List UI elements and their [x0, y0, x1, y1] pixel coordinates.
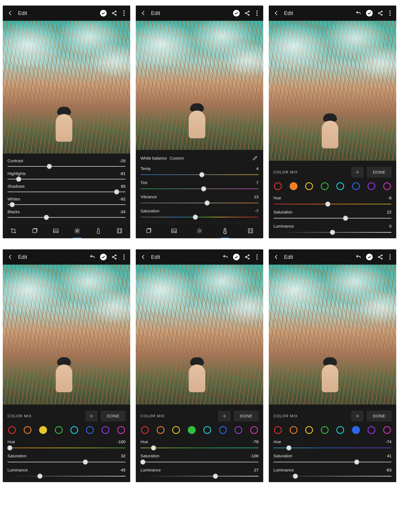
photo-preview[interactable] — [136, 21, 263, 150]
swatch-red[interactable] — [274, 182, 282, 190]
confirm-button[interactable] — [233, 254, 240, 260]
swatch-orange[interactable] — [290, 426, 298, 434]
slider-knob[interactable] — [114, 189, 119, 195]
slider-knob[interactable] — [44, 215, 49, 220]
tool-light-icon[interactable] — [194, 225, 205, 236]
swatch-aqua[interactable] — [70, 426, 78, 434]
tool-detail-icon[interactable] — [114, 225, 125, 236]
share-icon[interactable] — [244, 253, 251, 260]
swatch-green[interactable] — [321, 182, 329, 190]
edit-dropdown[interactable]: Edit — [151, 10, 165, 16]
slider-track[interactable] — [7, 215, 126, 220]
edit-dropdown[interactable]: Edit — [18, 10, 32, 16]
confirm-button[interactable] — [366, 10, 373, 17]
confirm-button[interactable] — [100, 10, 107, 17]
edit-dropdown[interactable]: Edit — [151, 254, 165, 260]
share-icon[interactable] — [377, 253, 384, 260]
slider-track[interactable] — [140, 186, 259, 191]
target-adjust-button[interactable] — [218, 411, 231, 421]
edit-dropdown[interactable]: Edit — [284, 254, 298, 260]
slider-track[interactable] — [140, 201, 259, 205]
done-button[interactable]: DONE — [101, 411, 126, 421]
slider-track[interactable] — [273, 202, 392, 206]
target-adjust-button[interactable] — [351, 411, 364, 421]
swatch-yellow[interactable] — [39, 426, 47, 434]
confirm-button[interactable] — [366, 254, 373, 260]
swatch-green[interactable] — [321, 426, 329, 434]
slider-knob[interactable] — [330, 230, 335, 235]
swatch-green[interactable] — [55, 426, 63, 434]
tool-color-icon[interactable] — [219, 225, 231, 236]
photo-preview[interactable] — [3, 265, 130, 405]
overflow-menu-icon[interactable] — [255, 11, 259, 16]
swatch-aqua[interactable] — [203, 426, 211, 434]
slider-track[interactable] — [7, 460, 126, 464]
swatch-orange[interactable] — [290, 182, 298, 190]
slider-knob[interactable] — [204, 200, 210, 206]
photo-preview[interactable] — [269, 21, 396, 161]
swatch-aqua[interactable] — [336, 426, 344, 434]
overflow-menu-icon[interactable] — [122, 11, 126, 16]
photo-preview[interactable] — [269, 265, 396, 405]
slider-track[interactable] — [7, 474, 126, 479]
slider-track[interactable] — [7, 177, 126, 182]
swatch-orange[interactable] — [24, 426, 32, 434]
slider-knob[interactable] — [201, 186, 206, 191]
swatch-orange[interactable] — [157, 426, 165, 434]
slider-knob[interactable] — [83, 459, 88, 465]
swatch-purple[interactable] — [234, 426, 242, 434]
swatch-purple[interactable] — [367, 182, 375, 190]
share-icon[interactable] — [111, 10, 118, 17]
slider-track[interactable] — [273, 460, 392, 464]
swatch-purple[interactable] — [367, 426, 375, 434]
slider-knob[interactable] — [193, 215, 198, 220]
overflow-menu-icon[interactable] — [122, 254, 126, 260]
slider-knob[interactable] — [16, 177, 21, 182]
share-icon[interactable] — [244, 10, 251, 17]
slider-knob[interactable] — [7, 445, 13, 450]
target-adjust-button[interactable] — [351, 167, 364, 177]
undo-icon[interactable] — [89, 253, 96, 260]
overflow-menu-icon[interactable] — [255, 254, 259, 260]
slider-track[interactable] — [140, 474, 259, 479]
confirm-button[interactable] — [233, 10, 240, 17]
slider-knob[interactable] — [354, 459, 359, 465]
white-balance-select[interactable]: Custom — [170, 156, 189, 161]
tool-crop-icon[interactable] — [8, 225, 19, 236]
swatch-yellow[interactable] — [305, 182, 313, 190]
eyedropper-icon[interactable] — [253, 155, 259, 161]
done-button[interactable]: DONE — [234, 411, 259, 421]
tool-presets-icon[interactable] — [143, 225, 154, 236]
tool-detail-icon[interactable] — [245, 225, 256, 236]
slider-track[interactable] — [273, 230, 392, 235]
undo-icon[interactable] — [355, 253, 362, 260]
target-adjust-button[interactable] — [85, 411, 98, 421]
swatch-mag[interactable] — [383, 182, 391, 190]
back-icon[interactable] — [7, 10, 14, 17]
slider-track[interactable] — [140, 172, 259, 177]
slider-track[interactable] — [7, 190, 126, 194]
slider-track[interactable] — [273, 474, 392, 479]
done-button[interactable]: DONE — [367, 411, 392, 421]
swatch-red[interactable] — [274, 426, 282, 434]
swatch-aqua[interactable] — [336, 182, 344, 190]
slider-track[interactable] — [140, 460, 259, 464]
slider-knob[interactable] — [286, 445, 291, 450]
slider-knob[interactable] — [37, 474, 43, 479]
overflow-menu-icon[interactable] — [388, 11, 392, 16]
swatch-blue[interactable] — [352, 182, 360, 190]
slider-track[interactable] — [273, 446, 392, 450]
slider-track[interactable] — [140, 215, 259, 219]
back-icon[interactable] — [140, 10, 147, 17]
share-icon[interactable] — [111, 253, 118, 260]
tool-image-icon[interactable] — [50, 225, 61, 236]
slider-knob[interactable] — [325, 202, 330, 207]
slider-knob[interactable] — [293, 474, 298, 479]
swatch-purple[interactable] — [101, 426, 109, 434]
photo-preview[interactable] — [3, 21, 130, 153]
slider-knob[interactable] — [140, 459, 146, 465]
slider-knob[interactable] — [343, 215, 348, 221]
edit-dropdown[interactable]: Edit — [18, 254, 32, 260]
confirm-button[interactable] — [100, 254, 107, 260]
slider-track[interactable] — [7, 446, 126, 450]
